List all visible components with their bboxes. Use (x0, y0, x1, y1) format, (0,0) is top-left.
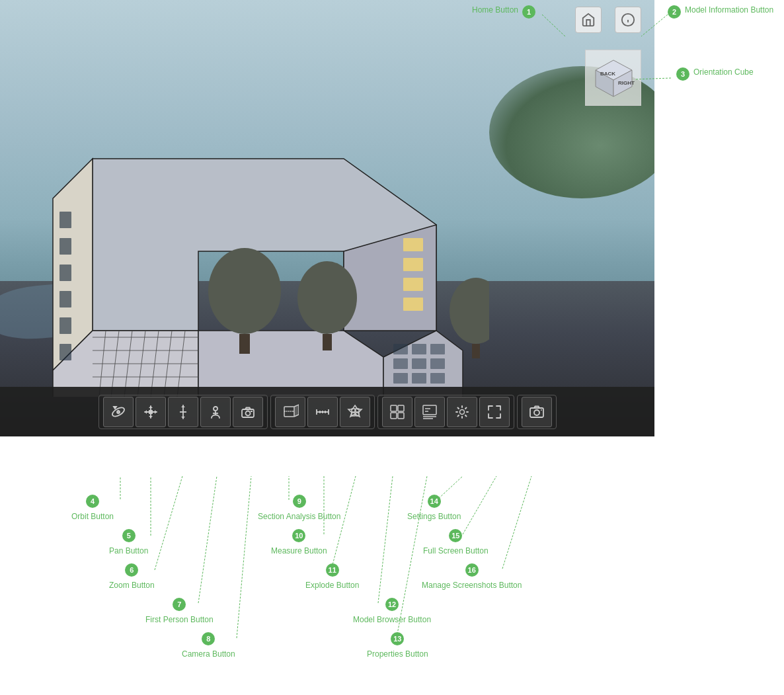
callout-num-3: 3 (676, 67, 689, 81)
svg-rect-39 (323, 334, 332, 350)
model-browser-button[interactable] (382, 397, 412, 427)
orientation-cube[interactable]: RIGHT BACK (585, 50, 641, 106)
callout-num-10: 10 (292, 529, 305, 542)
home-button[interactable] (575, 7, 602, 33)
callout-measure: 10 Measure Button (271, 529, 327, 555)
svg-rect-75 (391, 413, 397, 419)
orientation-cube-label: Orientation Cube (693, 67, 754, 77)
panels-group (377, 395, 514, 429)
screenshots-label: Manage Screenshots Button (422, 581, 522, 590)
measure-label: Measure Button (271, 546, 327, 555)
svg-rect-69 (352, 409, 355, 412)
svg-rect-71 (352, 413, 355, 416)
svg-point-84 (534, 410, 539, 415)
svg-rect-74 (398, 405, 404, 411)
building-model (26, 145, 489, 397)
svg-rect-77 (423, 405, 436, 415)
callout-num-14: 14 (428, 495, 441, 508)
svg-rect-7 (59, 238, 71, 255)
callout-num-7: 7 (173, 598, 186, 611)
fullscreen-label: Full Screen Button (423, 546, 489, 555)
svg-text:RIGHT: RIGHT (618, 80, 635, 86)
screenshot-group (517, 395, 557, 429)
svg-rect-37 (239, 334, 250, 354)
pan-button[interactable] (136, 397, 166, 427)
pan-label: Pan Button (109, 546, 148, 555)
fullscreen-button[interactable] (479, 397, 510, 427)
first-person-label: First Person Button (145, 615, 214, 624)
callout-pan: 5 Pan Button (109, 529, 148, 555)
svg-rect-24 (403, 258, 423, 271)
svg-line-93 (237, 476, 251, 638)
svg-line-100 (463, 476, 496, 534)
orbit-button[interactable] (103, 397, 134, 427)
callout-num-15: 15 (449, 529, 462, 542)
svg-rect-25 (403, 278, 423, 291)
callout-num-13: 13 (391, 632, 404, 645)
svg-rect-60 (251, 411, 253, 412)
properties-label: Properties Button (367, 649, 428, 659)
callout-screenshots: 16 Manage Screenshots Button (422, 563, 522, 590)
svg-point-51 (117, 411, 120, 413)
toolbar (0, 387, 654, 436)
callout-orientation-cube: 3 Orientation Cube (676, 67, 754, 81)
callout-camera: 8 Camera Button (182, 632, 235, 659)
callout-zoom: 6 Zoom Button (109, 563, 155, 590)
svg-point-85 (541, 409, 542, 411)
svg-point-55 (214, 407, 217, 411)
svg-rect-70 (356, 409, 359, 412)
svg-rect-30 (393, 358, 408, 369)
callout-properties: 13 Properties Button (367, 632, 428, 659)
svg-rect-72 (356, 413, 359, 416)
svg-rect-23 (403, 238, 423, 251)
explode-button[interactable] (340, 397, 370, 427)
tools-group (270, 395, 375, 429)
svg-rect-29 (430, 344, 445, 354)
callout-settings: 14 Settings Button (407, 495, 461, 521)
callout-first-person: 7 First Person Button (145, 598, 214, 624)
svg-point-36 (208, 248, 281, 334)
3d-viewport[interactable]: RIGHT BACK (0, 0, 654, 436)
section-analysis-button[interactable] (275, 397, 305, 427)
svg-rect-10 (59, 317, 71, 334)
zoom-button[interactable] (168, 397, 198, 427)
svg-rect-33 (393, 373, 408, 384)
measure-button[interactable] (307, 397, 338, 427)
svg-line-97 (378, 476, 393, 603)
callout-num-8: 8 (202, 632, 215, 645)
svg-rect-73 (391, 405, 397, 411)
svg-line-101 (502, 476, 531, 569)
svg-line-96 (332, 476, 356, 567)
callout-num-12: 12 (385, 598, 399, 611)
model-info-button[interactable] (615, 7, 641, 33)
callout-explode: 11 Explode Button (305, 563, 359, 590)
camera-button[interactable] (233, 397, 263, 427)
settings-button[interactable] (447, 397, 477, 427)
model-info-label: Model Information Button (685, 5, 773, 15)
model-browser-label: Model Browser Button (353, 615, 431, 624)
callout-num-6: 6 (125, 563, 138, 577)
first-person-button[interactable] (200, 397, 231, 427)
callout-num-5: 5 (122, 529, 136, 542)
svg-line-99 (436, 476, 463, 501)
manage-screenshots-button[interactable] (522, 397, 552, 427)
svg-rect-52 (149, 410, 153, 414)
properties-button[interactable] (414, 397, 445, 427)
svg-rect-9 (59, 291, 71, 307)
orbit-label: Orbit Button (71, 512, 114, 521)
callout-orbit: 4 Orbit Button (71, 495, 114, 521)
svg-line-98 (397, 476, 427, 637)
svg-rect-8 (59, 265, 71, 281)
zoom-label: Zoom Button (109, 581, 155, 590)
svg-rect-27 (393, 344, 408, 354)
svg-rect-31 (412, 358, 426, 369)
svg-rect-28 (412, 344, 426, 354)
navigation-group (98, 395, 268, 429)
svg-line-92 (198, 476, 217, 603)
svg-rect-76 (398, 413, 404, 419)
svg-point-82 (459, 409, 464, 414)
svg-rect-41 (472, 344, 480, 358)
explode-label: Explode Button (305, 581, 359, 590)
callout-model-browser: 12 Model Browser Button (353, 598, 431, 624)
svg-line-91 (155, 476, 182, 570)
